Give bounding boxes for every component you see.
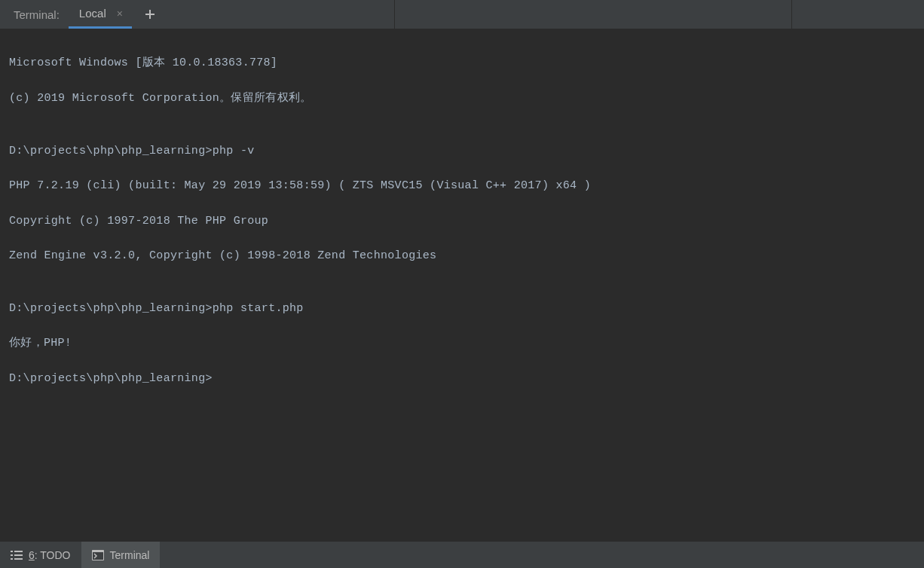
bottom-tab-todo[interactable]: 6: TODO <box>0 542 81 568</box>
terminal-line: D:\projects\php\php_learning>php -v <box>9 142 915 160</box>
svg-rect-9 <box>93 552 103 560</box>
top-bar-right-border <box>791 0 792 29</box>
terminal-line: PHP 7.2.19 (cli) (built: May 29 2019 13:… <box>9 177 915 194</box>
svg-rect-1 <box>145 14 155 15</box>
terminal-line: (c) 2019 Microsoft Corporation。保留所有权利。 <box>9 90 915 107</box>
svg-rect-4 <box>11 554 13 556</box>
svg-rect-5 <box>14 554 23 556</box>
tab-label: Local <box>79 7 106 20</box>
svg-rect-2 <box>11 551 13 552</box>
bottom-tab-label: 6: TODO <box>29 549 71 561</box>
tab-local[interactable]: Local × <box>69 0 132 29</box>
tab-container: Local × <box>69 0 164 29</box>
terminal-output[interactable]: Microsoft Windows [版本 10.0.18363.778] (c… <box>0 29 924 412</box>
bottom-tab-label: Terminal <box>110 549 150 561</box>
terminal-line: Copyright (c) 1997-2018 The PHP Group <box>9 212 915 230</box>
terminal-line: D:\projects\php\php_learning>php start.p… <box>9 300 915 317</box>
terminal-line: Microsoft Windows [版本 10.0.18363.778] <box>9 54 915 72</box>
svg-rect-6 <box>11 558 13 560</box>
bottom-tool-bar: 6: TODO Terminal <box>0 541 924 568</box>
panel-title: Terminal: <box>0 0 69 29</box>
list-icon <box>11 550 23 560</box>
terminal-line: Zend Engine v3.2.0, Copyright (c) 1998-2… <box>9 247 915 264</box>
terminal-top-bar: Terminal: Local × <box>0 0 924 29</box>
terminal-line: 你好，PHP! <box>9 334 915 352</box>
add-tab-button[interactable] <box>136 0 164 29</box>
terminal-line: D:\projects\php\php_learning> <box>9 370 915 387</box>
plus-icon <box>145 9 155 20</box>
close-icon[interactable]: × <box>114 8 126 20</box>
svg-rect-3 <box>14 551 23 552</box>
top-bar-divider <box>394 0 395 29</box>
bottom-tab-terminal[interactable]: Terminal <box>81 542 161 568</box>
svg-rect-7 <box>14 558 23 560</box>
terminal-icon <box>92 550 104 560</box>
